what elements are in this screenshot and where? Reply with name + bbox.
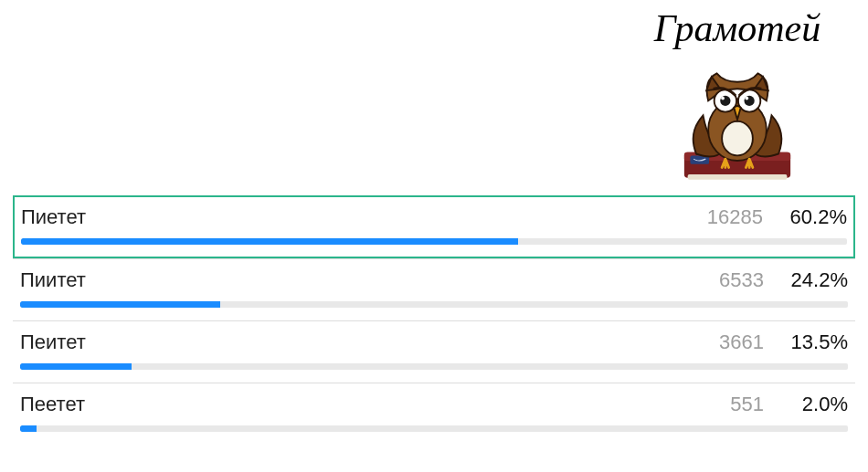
option-label: Пеетет — [20, 393, 680, 416]
progress-fill — [20, 425, 37, 432]
option-percent: 60.2% — [774, 205, 847, 229]
poll-option-row: Пеитет 3661 13.5% — [20, 330, 848, 354]
progress-track — [20, 363, 848, 370]
poll-option[interactable]: Пиетет 16285 60.2% — [13, 195, 855, 258]
progress-fill — [21, 238, 518, 245]
poll-option-row: Пиетет 16285 60.2% — [21, 205, 847, 229]
option-count: 3661 — [691, 330, 764, 354]
poll-results: Пиетет 16285 60.2% Пиитет 6533 24.2% Пеи… — [13, 195, 855, 445]
progress-fill — [20, 301, 220, 308]
option-label: Пиетет — [21, 205, 679, 229]
option-count: 6533 — [691, 268, 764, 292]
svg-point-11 — [745, 97, 748, 100]
progress-track — [20, 425, 848, 432]
poll-option-row: Пеетет 551 2.0% — [20, 393, 848, 416]
owl-on-book-icon — [669, 51, 806, 188]
svg-point-5 — [722, 121, 753, 156]
progress-track — [21, 238, 847, 245]
site-header: Грамотей — [623, 7, 852, 188]
poll-option[interactable]: Пеитет 3661 13.5% — [13, 320, 855, 383]
svg-rect-2 — [688, 174, 788, 180]
poll-option-row: Пиитет 6533 24.2% — [20, 268, 848, 292]
option-percent: 24.2% — [775, 268, 848, 292]
option-label: Пеитет — [20, 330, 680, 354]
option-percent: 13.5% — [775, 330, 848, 354]
page-root: Грамотей — [0, 0, 868, 472]
option-percent: 2.0% — [775, 393, 848, 416]
poll-option[interactable]: Пеетет 551 2.0% — [13, 383, 855, 445]
progress-fill — [20, 363, 132, 370]
option-count: 16285 — [690, 205, 763, 229]
option-count: 551 — [691, 393, 764, 416]
option-label: Пиитет — [20, 268, 680, 292]
poll-option[interactable]: Пиитет 6533 24.2% — [13, 258, 855, 320]
svg-point-10 — [721, 97, 725, 100]
progress-track — [20, 301, 848, 308]
site-title: Грамотей — [623, 7, 852, 49]
